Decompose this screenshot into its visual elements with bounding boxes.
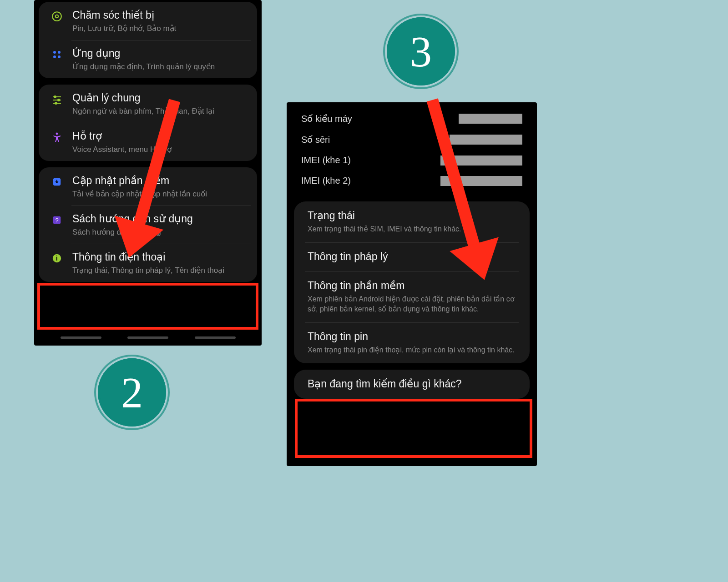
settings-item-device-care[interactable]: Chăm sóc thiết bị Pin, Lưu trữ, Bộ nhớ, … (39, 2, 257, 40)
item-subtitle: Xem phiên bản Android hiện được cài đặt,… (308, 294, 519, 314)
settings-item-accessibility[interactable]: Hỗ trợ Voice Assistant, menu Hỗ trợ (39, 123, 257, 161)
item-subtitle: Xem trạng thái thẻ SIM, IMEI và thông ti… (308, 224, 519, 234)
redacted-value (440, 176, 522, 186)
info-label: IMEI (khe 2) (301, 176, 351, 186)
svg-point-2 (53, 51, 56, 54)
about-phone-group: Trạng thái Xem trạng thái thẻ SIM, IMEI … (294, 201, 530, 363)
item-subtitle: Voice Assistant, menu Hỗ trợ (72, 145, 249, 155)
item-subtitle: Pin, Lưu trữ, Bộ nhớ, Bảo mật (72, 24, 249, 34)
about-item-status[interactable]: Trạng thái Xem trạng thái thẻ SIM, IMEI … (294, 201, 530, 242)
step-badge-2: 2 (98, 358, 166, 426)
item-subtitle: Ngôn ngữ và bàn phím, Thời gian, Đặt lại (72, 106, 249, 116)
settings-group-device: Chăm sóc thiết bị Pin, Lưu trữ, Bộ nhớ, … (39, 2, 257, 78)
device-care-icon (51, 10, 63, 23)
settings-group-general: Quản lý chung Ngôn ngữ và bàn phím, Thời… (39, 85, 257, 161)
settings-item-software-update[interactable]: Cập nhật phần mềm Tải về bản cập nhật, C… (39, 167, 257, 206)
svg-point-0 (52, 12, 61, 21)
info-row-model[interactable]: Số kiểu máy (301, 113, 522, 124)
item-title: Chăm sóc thiết bị (72, 8, 249, 22)
redacted-value (459, 114, 522, 124)
item-title: Hỗ trợ (72, 129, 249, 143)
svg-point-5 (58, 55, 61, 58)
help-icon: ? (51, 214, 63, 226)
about-phone-group-more: Bạn đang tìm kiếm điều gì khác? (294, 370, 530, 399)
info-icon: i (51, 252, 63, 265)
info-row-serial[interactable]: Số sêri (301, 134, 522, 145)
redacted-value (440, 156, 522, 166)
accessibility-icon (51, 131, 63, 144)
info-label: Số kiểu máy (301, 113, 352, 124)
screenshot-step-3: Số kiểu máy Số sêri IMEI (khe 1) IMEI (k… (287, 102, 537, 466)
svg-point-9 (54, 96, 56, 98)
info-label: IMEI (khe 1) (301, 155, 351, 166)
svg-text:?: ? (55, 217, 58, 224)
apps-icon (51, 48, 63, 61)
item-title: Thông tin pin (308, 330, 519, 343)
redacted-value (450, 135, 522, 145)
svg-point-4 (53, 55, 56, 58)
item-subtitle: Sách hướng dẫn sử dụng (72, 227, 249, 237)
settings-item-general-management[interactable]: Quản lý chung Ngôn ngữ và bàn phím, Thời… (39, 85, 257, 123)
settings-item-user-manual[interactable]: ? Sách hướng dẫn sử dụng Sách hướng dẫn … (39, 206, 257, 244)
device-info-block: Số kiểu máy Số sêri IMEI (khe 1) IMEI (k… (287, 102, 537, 200)
svg-point-1 (56, 15, 59, 18)
item-title: Ứng dụng (72, 46, 249, 60)
info-row-imei2[interactable]: IMEI (khe 2) (301, 176, 522, 186)
about-item-battery-info[interactable]: Thông tin pin Xem trạng thái pin điện th… (294, 322, 530, 363)
item-subtitle: Ứng dụng mặc định, Trình quản lý quyền (72, 62, 249, 72)
screenshot-step-2: Chăm sóc thiết bị Pin, Lưu trữ, Bộ nhớ, … (34, 0, 262, 346)
nav-bar[interactable] (34, 333, 262, 343)
svg-point-10 (58, 99, 60, 101)
item-subtitle: Trạng thái, Thông tin pháp lý, Tên điện … (72, 266, 249, 276)
step-badge-3: 3 (387, 17, 455, 85)
svg-point-3 (58, 51, 61, 54)
svg-point-11 (55, 102, 57, 104)
item-title: Bạn đang tìm kiếm điều gì khác? (308, 377, 519, 391)
sliders-icon (51, 93, 63, 105)
item-subtitle: Tải về bản cập nhật, Cập nhật lần cuối (72, 189, 249, 199)
item-title: Thông tin phần mềm (308, 279, 519, 292)
item-title: Quản lý chung (72, 91, 249, 105)
about-item-legal[interactable]: Thông tin pháp lý (294, 242, 530, 271)
info-row-imei1[interactable]: IMEI (khe 1) (301, 155, 522, 166)
svg-point-12 (56, 133, 58, 135)
item-title: Trạng thái (308, 209, 519, 222)
info-label: Số sêri (301, 134, 330, 145)
update-icon (51, 176, 63, 188)
item-title: Thông tin điện thoại (72, 250, 249, 264)
settings-item-apps[interactable]: Ứng dụng Ứng dụng mặc định, Trình quản l… (39, 40, 257, 78)
item-title: Sách hướng dẫn sử dụng (72, 212, 249, 226)
svg-text:i: i (56, 255, 58, 262)
item-title: Thông tin pháp lý (308, 250, 519, 263)
settings-item-about-phone[interactable]: i Thông tin điện thoại Trạng thái, Thông… (39, 244, 257, 282)
item-title: Cập nhật phần mềm (72, 174, 249, 187)
about-item-looking-for[interactable]: Bạn đang tìm kiếm điều gì khác? (294, 370, 530, 399)
about-item-software-info[interactable]: Thông tin phần mềm Xem phiên bản Android… (294, 271, 530, 322)
item-subtitle: Xem trạng thái pin điện thoại, mức pin c… (308, 345, 519, 355)
settings-group-system: Cập nhật phần mềm Tải về bản cập nhật, C… (39, 167, 257, 282)
